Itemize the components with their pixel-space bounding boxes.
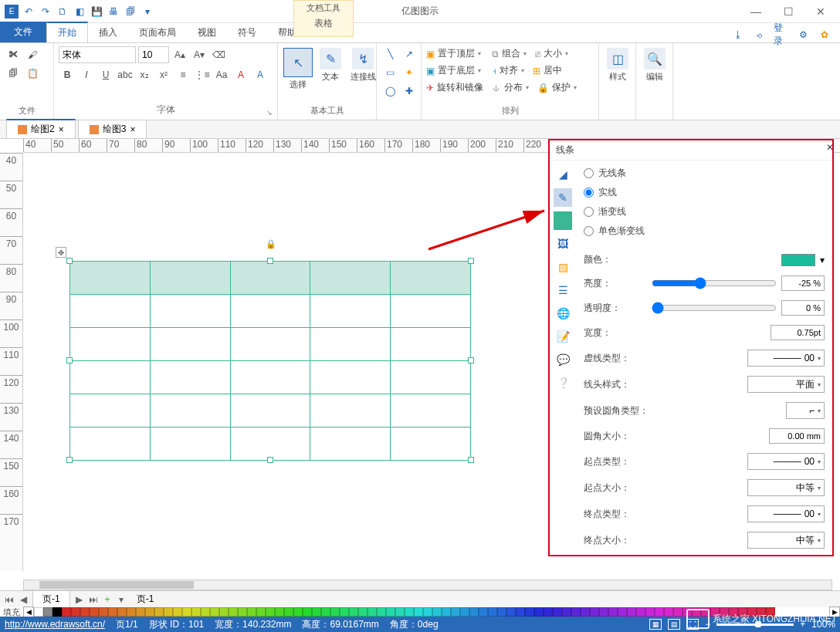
open-button[interactable]: ◧: [73, 5, 86, 19]
color-swatch[interactable]: [238, 607, 247, 617]
color-swatch[interactable]: [210, 607, 219, 617]
doc-tab-2[interactable]: 绘图3×: [78, 120, 147, 138]
color-swatch[interactable]: [154, 607, 164, 617]
end-type-combo[interactable]: ———00▾: [747, 505, 825, 522]
color-swatch[interactable]: [627, 607, 636, 617]
page-prev-icon[interactable]: ◀: [17, 593, 29, 606]
color-swatch[interactable]: [349, 607, 358, 617]
strikethrough-button[interactable]: abc: [117, 66, 134, 83]
help-panel-icon[interactable]: ❔: [554, 373, 572, 392]
shadow-panel-icon[interactable]: ▨: [554, 258, 572, 276]
tab-symbol[interactable]: 符号: [227, 23, 267, 42]
crop-shape[interactable]: ✚: [401, 83, 418, 99]
transparency-input[interactable]: [781, 300, 825, 316]
font-size-select[interactable]: [138, 46, 169, 63]
arrow-shape[interactable]: ↗: [401, 46, 418, 62]
color-swatch[interactable]: [62, 607, 71, 617]
undo-button[interactable]: ↶: [22, 5, 36, 19]
page-tab-alt[interactable]: 页-1: [130, 593, 161, 606]
send-back[interactable]: ▣置于底层▾ ⫞对齐▾ ⊞居中: [426, 63, 562, 78]
color-swatch[interactable]: [266, 607, 275, 617]
color-swatch[interactable]: [201, 607, 210, 617]
color-swatch[interactable]: [618, 607, 627, 617]
color-swatch[interactable]: [303, 607, 312, 617]
corner-radius-input[interactable]: [769, 428, 825, 444]
color-swatch[interactable]: [571, 607, 581, 617]
resize-handle[interactable]: [66, 357, 73, 363]
color-swatch[interactable]: [729, 607, 738, 617]
color-swatch[interactable]: [701, 607, 710, 617]
font-name-select[interactable]: [59, 46, 136, 63]
flower-icon[interactable]: ✿: [817, 27, 832, 42]
move-handle-icon[interactable]: ✥: [56, 247, 66, 258]
resize-handle[interactable]: [267, 457, 273, 463]
color-swatch[interactable]: [451, 607, 460, 617]
color-swatch[interactable]: [182, 607, 191, 617]
color-swatch[interactable]: [544, 607, 553, 617]
color-swatch[interactable]: [330, 607, 340, 617]
color-swatch[interactable]: [432, 607, 442, 617]
share-icon[interactable]: ⪦: [752, 27, 767, 42]
web-panel-icon[interactable]: 🌐: [554, 304, 572, 323]
redo-button[interactable]: ↷: [39, 5, 52, 19]
color-swatch[interactable]: [747, 607, 757, 617]
color-swatch[interactable]: [553, 607, 562, 617]
ruler-vertical[interactable]: 405060708090100110120130140150160170: [0, 153, 23, 571]
color-swatch[interactable]: [562, 607, 571, 617]
color-swatch[interactable]: [340, 607, 349, 617]
color-swatch[interactable]: [720, 607, 729, 617]
color-swatch[interactable]: [312, 607, 321, 617]
color-swatch[interactable]: [108, 607, 117, 617]
radio-solid-line[interactable]: 实线: [584, 186, 825, 199]
color-swatch[interactable]: [173, 607, 182, 617]
color-swatch[interactable]: [781, 254, 815, 266]
color-swatch[interactable]: [34, 607, 43, 617]
color-swatch[interactable]: [673, 607, 682, 617]
line-spacing-button[interactable]: ≡: [174, 66, 191, 83]
selected-table[interactable]: ✥ 🔒: [69, 261, 471, 460]
save-button[interactable]: 💾: [90, 5, 103, 19]
maximize-button[interactable]: ☐: [777, 4, 800, 19]
color-swatch[interactable]: [368, 607, 377, 617]
color-swatch[interactable]: [497, 607, 506, 617]
settings-icon[interactable]: ⚙: [795, 27, 811, 42]
underline-button[interactable]: U: [97, 66, 114, 83]
radio-gradient-line[interactable]: 渐变线: [584, 205, 825, 218]
bring-front[interactable]: ▣置于顶层▾ ⧉组合▾ ⎚大小▾: [426, 46, 568, 61]
palette-prev-icon[interactable]: ◀: [23, 607, 34, 617]
color-panel-icon[interactable]: [554, 211, 572, 230]
view-normal-icon[interactable]: ▦: [649, 619, 662, 630]
export-icon[interactable]: ⭳: [730, 27, 746, 42]
resize-handle[interactable]: [468, 258, 474, 264]
zoom-slider[interactable]: [716, 624, 794, 626]
page-last-icon[interactable]: ⏭: [87, 593, 100, 606]
color-swatch[interactable]: [293, 607, 303, 617]
line-panel-icon[interactable]: ✎: [554, 188, 572, 207]
clear-format-icon[interactable]: ⌫: [210, 46, 227, 63]
tab-view[interactable]: 视图: [187, 23, 227, 42]
format-painter-icon[interactable]: 🖌: [24, 46, 41, 63]
resize-handle[interactable]: [66, 258, 73, 264]
color-swatch[interactable]: [43, 607, 52, 617]
color-swatch[interactable]: [664, 607, 673, 617]
color-swatches[interactable]: [34, 607, 829, 617]
color-swatch[interactable]: [386, 607, 395, 617]
color-swatch[interactable]: [460, 607, 469, 617]
style-button[interactable]: ◫样式: [604, 46, 632, 84]
color-swatch[interactable]: [581, 607, 590, 617]
superscript-button[interactable]: x²: [155, 66, 172, 83]
color-swatch[interactable]: [395, 607, 405, 617]
change-case-button[interactable]: Aa: [213, 66, 230, 83]
color-swatch[interactable]: [127, 607, 136, 617]
login-link[interactable]: 登录: [774, 27, 789, 42]
transparency-slider[interactable]: [652, 302, 777, 314]
comment-panel-icon[interactable]: 💬: [554, 350, 572, 369]
rect-shape[interactable]: ▭: [381, 65, 398, 80]
color-swatch[interactable]: [655, 607, 664, 617]
copy-icon[interactable]: 🗐: [5, 65, 22, 82]
color-swatch[interactable]: [136, 607, 145, 617]
color-swatch[interactable]: [71, 607, 80, 617]
color-swatch[interactable]: [284, 607, 293, 617]
line-shape[interactable]: ╲: [381, 46, 398, 62]
tab-file[interactable]: 文件: [0, 22, 46, 42]
